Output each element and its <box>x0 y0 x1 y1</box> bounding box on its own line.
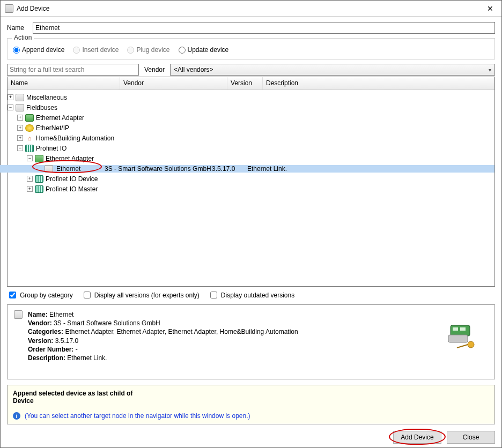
msg-info-text: (You can select another target node in t… <box>25 412 250 420</box>
svg-rect-3 <box>448 335 468 342</box>
chk-display-outdated-input[interactable] <box>210 292 217 298</box>
vendor-combo-value: <All vendors> <box>174 66 213 73</box>
radio-update-input[interactable] <box>179 47 186 54</box>
device-image-icon <box>446 322 478 350</box>
window-close-button[interactable]: ✕ <box>483 3 497 14</box>
tree-node-ethernet[interactable]: Ethernet 3S - Smart Software Solutions G… <box>36 163 494 174</box>
msg-target: Device <box>13 397 489 405</box>
profinet-icon <box>35 185 43 193</box>
expand-icon[interactable]: + <box>17 115 23 121</box>
col-vendor[interactable]: Vendor <box>120 77 227 89</box>
collapse-icon[interactable]: − <box>17 145 23 151</box>
collapse-icon[interactable]: − <box>8 104 13 110</box>
col-version[interactable]: Version <box>227 77 263 89</box>
add-device-dialog: Add Device ✕ Name Action Append device I… <box>0 0 502 448</box>
vendor-label: Vendor <box>144 66 165 73</box>
home-icon: ⌂ <box>25 135 34 142</box>
profinet-icon <box>25 145 34 152</box>
tree-node-profinet-io[interactable]: −Profinet IO <box>17 143 494 153</box>
folder-icon <box>16 104 24 111</box>
search-input[interactable] <box>7 64 139 76</box>
chk-group-by-category-input[interactable] <box>9 292 16 298</box>
chk-group-by-category[interactable]: Group by category <box>7 290 73 300</box>
tree-node-eth-adapter-2[interactable]: −Ethernet Adapter <box>27 153 494 163</box>
svg-point-4 <box>468 341 474 348</box>
window-icon <box>5 4 13 13</box>
chk-display-all-input[interactable] <box>84 292 91 298</box>
chk-display-outdated[interactable]: Display outdated versions <box>208 290 294 300</box>
radio-append[interactable]: Append device <box>13 46 64 54</box>
ethernet-adapter-icon <box>25 114 34 122</box>
tree-node-fieldbuses[interactable]: − Fieldbuses <box>8 102 494 113</box>
detail-panel: Name: Ethernet Vendor: 3S - Smart Softwa… <box>7 304 495 379</box>
detail-device-icon <box>14 310 23 319</box>
expand-icon[interactable]: + <box>17 135 23 141</box>
tree-leaf-vendor: 3S - Smart Software Solutions GmbH <box>105 165 212 173</box>
device-tree[interactable]: + Miscellaneous − Fieldbuses +Ethernet A… <box>8 90 494 196</box>
detail-description: Ethernet Link. <box>67 354 107 362</box>
tree-leaf-description: Ethernet Link. <box>247 165 494 173</box>
detail-name: Ethernet <box>49 311 73 318</box>
detail-vendor: 3S - Smart Software Solutions GmbH <box>54 319 160 327</box>
col-name[interactable]: Name <box>8 77 120 89</box>
detail-order: - <box>76 346 78 353</box>
expand-icon[interactable]: + <box>8 94 13 100</box>
button-row: Add Device Close <box>7 431 495 444</box>
add-device-button[interactable]: Add Device <box>393 431 441 444</box>
chevron-down-icon: ▾ <box>489 67 491 73</box>
name-label: Name <box>7 24 28 32</box>
folder-icon <box>16 94 24 101</box>
chk-display-all[interactable]: Display all versions (for experts only) <box>82 290 200 300</box>
msg-headline: Append selected device as last child of <box>13 390 489 397</box>
device-icon <box>45 165 53 173</box>
radio-update[interactable]: Update device <box>179 46 229 54</box>
radio-insert-input <box>73 47 80 54</box>
info-icon: i <box>13 412 20 420</box>
tree-node-miscellaneous[interactable]: + Miscellaneous <box>8 92 494 102</box>
expand-icon[interactable]: + <box>27 186 33 192</box>
radio-append-input[interactable] <box>13 47 20 54</box>
tree-node-home-building[interactable]: +⌂Home&Building Automation <box>17 133 494 143</box>
detail-thumbnail <box>437 310 488 362</box>
svg-rect-1 <box>453 327 458 331</box>
svg-line-5 <box>457 345 468 348</box>
titlebar: Add Device ✕ <box>1 1 501 17</box>
expand-icon[interactable]: + <box>17 125 23 131</box>
table-header: Name Vendor Version Description <box>8 77 494 90</box>
ethernet-adapter-icon <box>35 155 43 162</box>
tree-node-ethernet-ip[interactable]: +EtherNet/IP <box>17 123 494 133</box>
detail-categories: Ethernet Adapter, Ethernet Adapter, Ethe… <box>65 328 298 335</box>
name-input[interactable] <box>33 22 495 34</box>
tree-node-pn-master[interactable]: +Profinet IO Master <box>27 184 494 194</box>
radio-plug-input <box>127 47 134 54</box>
device-table: Name Vendor Version Description + Miscel… <box>7 77 495 287</box>
tree-leaf-version: 3.5.17.0 <box>212 165 247 173</box>
action-legend: Action <box>12 34 34 41</box>
radio-insert: Insert device <box>73 46 119 54</box>
msg-panel: Append selected device as last child of … <box>7 385 495 424</box>
ethernet-ip-icon <box>25 124 34 132</box>
svg-rect-2 <box>460 327 466 331</box>
tree-leaf-name: Ethernet <box>55 165 105 173</box>
options-row: Group by category Display all versions (… <box>7 290 495 300</box>
tree-node-pn-device[interactable]: +Profinet IO Device <box>27 174 494 184</box>
detail-version: 3.5.17.0 <box>55 337 78 345</box>
col-description[interactable]: Description <box>263 77 494 89</box>
action-group: Action Append device Insert device Plug … <box>7 38 495 59</box>
collapse-icon[interactable]: − <box>27 155 33 161</box>
profinet-icon <box>35 175 43 183</box>
window-title: Add Device <box>17 5 483 12</box>
tree-node-eth-adapter[interactable]: +Ethernet Adapter <box>17 113 494 123</box>
expand-icon[interactable]: + <box>27 176 33 182</box>
close-button[interactable]: Close <box>447 431 495 444</box>
radio-plug: Plug device <box>127 46 169 54</box>
vendor-combo[interactable]: <All vendors> ▾ <box>170 64 495 76</box>
